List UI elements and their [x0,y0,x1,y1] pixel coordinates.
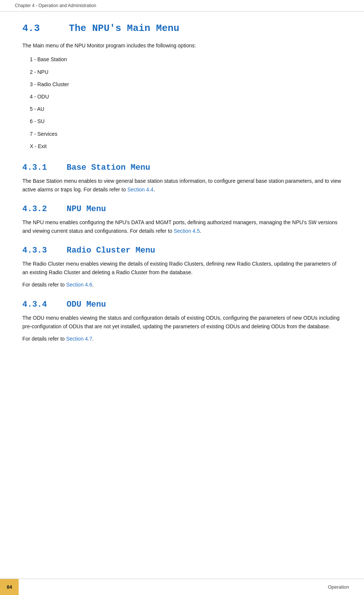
subsection-4-3-3: 4.3.3 Radio Cluster Menu The Radio Clust… [22,246,342,289]
page-content: 4.3 The NPU's Main Menu The Main menu of… [0,12,364,373]
menu-item-1: 1 - Base Station [30,53,342,66]
subsection-body-4-3-2: The NPU menu enables configuring the NPU… [22,218,342,235]
page-footer: 84 Operation [0,579,364,595]
section-4-7-link[interactable]: Section 4.7 [66,336,92,342]
subsection-body-4-3-4-part1: The ODU menu enables viewing the status … [22,314,342,331]
menu-item-5: 5 - AU [30,103,342,115]
subsection-title-4-3-2: 4.3.2 NPU Menu [22,204,342,214]
menu-item-7: 7 - Services [30,128,342,140]
subsection-4-3-2: 4.3.2 NPU Menu The NPU menu enables conf… [22,204,342,235]
main-section-number: 4.3 [22,23,40,34]
section-4-6-link[interactable]: Section 4.6 [66,282,92,288]
menu-item-x: X - Exit [30,140,342,153]
menu-item-2: 2 - NPU [30,66,342,78]
intro-paragraph: The Main menu of the NPU Monitor program… [22,41,342,50]
subsection-body-4-3-3-part2: For details refer to Section 4.6. [22,281,342,289]
footer-page-number: 84 [0,579,19,595]
section-4-4-link[interactable]: Section 4.4 [127,187,153,192]
menu-item-3: 3 - Radio Cluster [30,78,342,91]
menu-item-6: 6 - SU [30,115,342,128]
footer-label: Operation [328,584,364,590]
subsection-body-4-3-1: The Base Station menu enables to view ge… [22,177,342,194]
subsection-body-4-3-4-part2: For details refer to Section 4.7. [22,335,342,343]
subsection-title-4-3-3: 4.3.3 Radio Cluster Menu [22,246,342,255]
subsection-body-4-3-3-part1: The Radio Cluster menu enables viewing t… [22,260,342,277]
chapter-header-text: Chapter 4 - Operation and Administration [15,3,96,8]
subsection-title-4-3-4: 4.3.4 ODU Menu [22,300,342,309]
page-header: Chapter 4 - Operation and Administration [0,0,364,12]
menu-list: 1 - Base Station 2 - NPU 3 - Radio Clust… [30,53,342,153]
main-section-title: 4.3 The NPU's Main Menu [22,23,342,34]
subsection-title-4-3-1: 4.3.1 Base Station Menu [22,163,342,172]
main-section-title-text: The NPU's Main Menu [69,23,179,34]
subsection-4-3-1: 4.3.1 Base Station Menu The Base Station… [22,163,342,194]
menu-item-4: 4 - ODU [30,91,342,103]
subsection-4-3-4: 4.3.4 ODU Menu The ODU menu enables view… [22,300,342,343]
section-4-5-link[interactable]: Section 4.5 [174,228,200,234]
